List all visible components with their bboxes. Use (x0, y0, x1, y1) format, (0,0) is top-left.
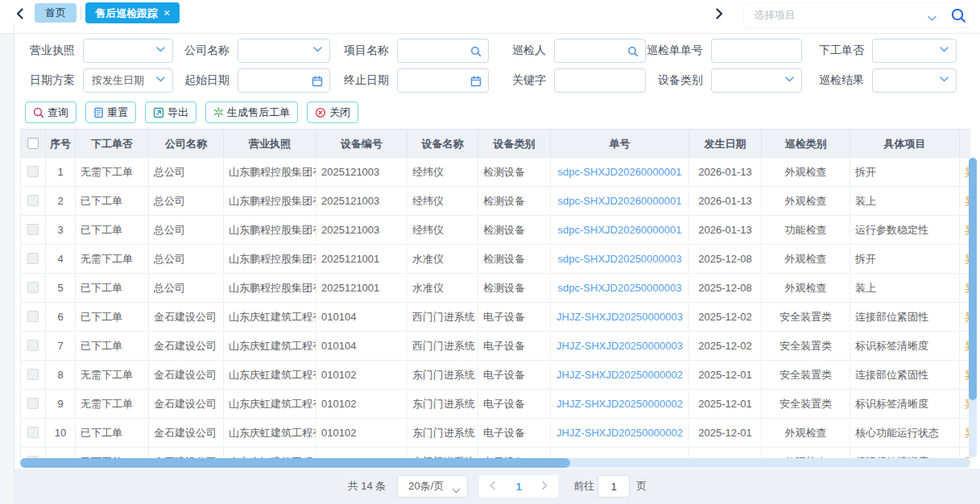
goto-page-input[interactable] (598, 475, 630, 498)
cell-order_no[interactable]: sdpc-SHXJD20260000001 (551, 187, 689, 216)
page-size-select[interactable]: 20条/页 (397, 475, 468, 498)
cell-order_no[interactable]: sdpc-SHXJD20250000003 (551, 245, 689, 274)
checkbox-cell (20, 303, 46, 332)
tabs-scroll-right-icon[interactable] (713, 7, 725, 20)
cell-device_name: 东门门进系统 (407, 390, 478, 419)
table-row: 8无需下工单金石建设公司山东庆虹建筑工程有限公司010102东门门进系统电子设备… (20, 361, 970, 390)
cell-order_no[interactable]: JHJZ-SHXJD20250000003 (551, 332, 689, 361)
button-label: 查询 (48, 105, 68, 120)
cell-order_no[interactable]: JHJZ-SHXJD20250000002 (551, 448, 689, 458)
row-checkbox[interactable] (27, 427, 39, 438)
row-checkbox[interactable] (27, 195, 39, 206)
cell-device_no: 010102 (316, 361, 407, 390)
cell-seq: 5 (46, 274, 76, 303)
filter-group-date-scheme: 日期方案按发生日期 (19, 68, 173, 93)
col-header-device_type: 设备类别 (478, 129, 551, 158)
current-page[interactable]: 1 (516, 481, 522, 493)
table-row: 7已下工单金石建设公司山东庆虹建筑工程有限公司010104西门门进系统电子设备J… (20, 332, 970, 361)
cell-item: 标识标签清晰度 (850, 390, 960, 419)
checkbox-cell (20, 187, 46, 216)
row-checkbox[interactable] (27, 253, 39, 264)
row-checkbox[interactable] (27, 398, 39, 409)
cell-device_type: 检测设备 (478, 216, 551, 245)
filter-row-1: 营业执照公司名称项目名称巡检人巡检单单号下工单否 (19, 39, 957, 63)
horizontal-scrollbar[interactable] (20, 458, 970, 468)
filter-label-business-license: 营业执照 (19, 43, 83, 58)
work-order-flag-select[interactable] (872, 39, 957, 63)
cell-order_no[interactable]: JHJZ-SHXJD20250000002 (551, 390, 689, 419)
tab-close-icon[interactable]: × (163, 6, 170, 19)
cell-order_no[interactable]: JHJZ-SHXJD20250000003 (551, 303, 689, 332)
cell-seq: 6 (46, 303, 76, 332)
cell-order_no[interactable]: JHJZ-SHXJD20250000002 (551, 419, 689, 448)
cell-device_name: 经纬仪 (407, 158, 478, 187)
calendar-icon[interactable] (470, 76, 482, 87)
cell-work_order: 已下工单 (76, 332, 149, 361)
cell-seq: 7 (46, 332, 76, 361)
generate-work-order-button[interactable]: 生成售后工单 (205, 101, 298, 123)
device-type-select[interactable] (711, 68, 802, 93)
cell-date: 2025-12-02 (689, 303, 762, 332)
cell-device_name: 水准仪 (407, 274, 478, 303)
inspection-result-select[interactable] (872, 68, 957, 93)
col-header-date: 发生日期 (689, 129, 762, 158)
row-checkbox[interactable] (27, 369, 39, 380)
company-name-select[interactable] (238, 39, 330, 63)
row-checkbox[interactable] (27, 282, 39, 293)
prev-page-icon[interactable] (489, 479, 496, 494)
tabs-scroll-left-icon[interactable] (14, 7, 26, 20)
project-search-icon[interactable] (949, 6, 968, 28)
search-icon[interactable] (627, 46, 639, 57)
col-header-order_no: 单号 (551, 129, 689, 158)
cell-license: 山东庆虹建筑工程有限公司 (224, 361, 316, 390)
cell-item: 标识标签清晰度 (850, 448, 960, 458)
cell-order_no[interactable]: sdpc-SHXJD20260000001 (551, 158, 689, 187)
cell-order_no[interactable]: sdpc-SHXJD20260000001 (551, 216, 689, 245)
cell-device_no: 010102 (316, 448, 407, 458)
business-license-select[interactable] (83, 39, 173, 63)
inspection-order-no-input[interactable] (711, 39, 802, 63)
row-checkbox[interactable] (27, 311, 39, 322)
row-checkbox[interactable] (27, 224, 39, 235)
filter-label-project-name: 项目名称 (330, 43, 397, 58)
cell-company: 总公司 (149, 187, 224, 216)
table-row: 10已下工单金石建设公司山东庆虹建筑工程有限公司010102东门门进系统电子设备… (20, 419, 970, 448)
query-button[interactable]: 查询 (25, 101, 76, 123)
horizontal-scrollbar-thumb[interactable] (20, 458, 570, 468)
cell-item: 核心功能运行状态 (850, 419, 960, 448)
search-icon[interactable] (470, 46, 482, 57)
inspector-input[interactable] (554, 39, 646, 63)
keyword-input[interactable] (554, 68, 646, 93)
row-checkbox[interactable] (27, 166, 39, 177)
start-date-input[interactable] (238, 68, 330, 93)
pager: 1 (479, 475, 558, 498)
cell-date: 2026-01-13 (689, 216, 762, 245)
reset-button[interactable]: 重置 (85, 101, 136, 123)
row-checkbox[interactable] (27, 340, 39, 351)
cell-work_order: 无需下工单 (76, 158, 149, 187)
export-button[interactable]: 导出 (145, 101, 196, 123)
button-label: 导出 (167, 105, 188, 120)
close-button[interactable]: 关闭 (307, 101, 358, 123)
tab-home[interactable]: 首页 (35, 3, 76, 23)
next-page-icon[interactable] (541, 479, 548, 494)
select-all-checkbox[interactable] (27, 138, 39, 149)
col-header-item: 具体项目 (850, 129, 960, 158)
cell-license: 山东鹏程控股集团有限公司 (224, 245, 316, 274)
calendar-icon[interactable] (312, 76, 323, 87)
cell-item: 标识标签清晰度 (850, 332, 960, 361)
project-name-input[interactable] (397, 39, 489, 63)
cell-order_no[interactable]: JHJZ-SHXJD20250000002 (551, 361, 689, 390)
end-date-input[interactable] (397, 68, 489, 93)
date-scheme-select[interactable]: 按发生日期 (83, 68, 173, 93)
cell-insp_type: 外观检查 (762, 419, 850, 448)
cell-insp_type: 外观检查 (762, 448, 850, 458)
vertical-scrollbar[interactable] (969, 158, 977, 457)
project-select[interactable]: 选择项目 (743, 2, 974, 28)
cell-work_order: 无需下工单 (76, 390, 149, 419)
tab-after-sales-inspection-tracking[interactable]: 售后巡检跟踪× (85, 2, 180, 23)
cell-date: 2025-12-01 (689, 419, 762, 448)
cell-order_no[interactable]: sdpc-SHXJD20250000003 (551, 274, 689, 303)
vertical-scrollbar-thumb[interactable] (969, 158, 977, 400)
cell-device_no: 2025121003 (316, 158, 407, 187)
